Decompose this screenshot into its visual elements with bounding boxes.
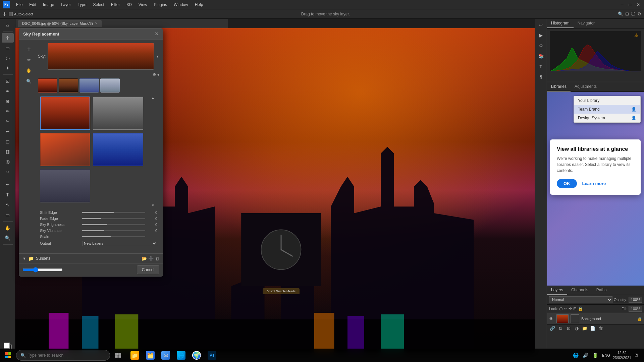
menu-help[interactable]: Help bbox=[192, 2, 206, 8]
sky-move-tool-btn[interactable]: ✛ bbox=[24, 44, 34, 54]
tab-histogram[interactable]: Histogram bbox=[547, 19, 574, 28]
layer-fx-icon[interactable]: fx bbox=[557, 326, 564, 331]
fade-edge-slider[interactable] bbox=[82, 218, 145, 219]
library-item-design-system[interactable]: Design System 👤 bbox=[574, 114, 640, 122]
tab-adjustments[interactable]: Adjustments bbox=[571, 82, 601, 92]
taskbar-chrome-btn[interactable]: 🌍 bbox=[189, 349, 204, 362]
sky-scroll-down[interactable]: ▼ bbox=[151, 203, 155, 207]
library-item-team-brand[interactable]: Team Brand 👤 bbox=[574, 105, 640, 114]
sky-list-item-3[interactable] bbox=[40, 133, 90, 166]
tab-layers[interactable]: Layers bbox=[547, 286, 567, 295]
home-tool-btn[interactable]: ⌂ bbox=[2, 20, 14, 29]
tab-navigator[interactable]: Navigator bbox=[574, 19, 599, 28]
tray-volume-icon[interactable]: 🔊 bbox=[581, 353, 590, 358]
selection-tool-btn[interactable]: ▭ bbox=[2, 43, 14, 53]
menu-layer[interactable]: Layer bbox=[58, 2, 73, 8]
sky-thumb-3[interactable] bbox=[79, 78, 99, 93]
taskbar-edge-btn[interactable]: 🌐 bbox=[174, 349, 189, 362]
layer-link-icon[interactable]: 🔗 bbox=[549, 326, 556, 331]
layer-adj-icon[interactable]: ◑ bbox=[573, 326, 580, 331]
folder-open-icon[interactable]: 📂 bbox=[142, 256, 147, 261]
tab-paths[interactable]: Paths bbox=[592, 286, 611, 295]
sky-scroll-up[interactable]: ▲ bbox=[151, 96, 155, 100]
para-icon-btn[interactable]: ¶ bbox=[536, 72, 546, 81]
sky-vibrance-slider[interactable] bbox=[82, 230, 145, 231]
brush-tool-btn[interactable]: ✏ bbox=[2, 107, 14, 116]
layer-delete-icon[interactable]: 🗑 bbox=[597, 326, 604, 331]
lock-transparent-icon[interactable]: ⬡ bbox=[559, 306, 562, 311]
layer-new-icon[interactable]: 📄 bbox=[589, 326, 596, 331]
menu-3d[interactable]: 3D bbox=[124, 2, 134, 8]
libraries-icon-btn[interactable]: 📚 bbox=[536, 51, 546, 61]
sky-dialog-close-btn[interactable]: ✕ bbox=[155, 31, 159, 37]
healing-brush-btn[interactable]: ⊕ bbox=[2, 97, 14, 106]
sky-list-item-1[interactable] bbox=[40, 97, 90, 130]
sky-gear-btn[interactable]: ⚙ ▾ bbox=[153, 72, 159, 77]
menu-window[interactable]: Window bbox=[171, 2, 191, 8]
lock-all-icon[interactable]: 🔒 bbox=[578, 306, 583, 311]
taskbar-photoshop-btn[interactable]: Ps bbox=[205, 349, 219, 362]
folder-toggle-btn[interactable]: ▼ bbox=[22, 256, 26, 260]
taskbar-explorer-btn[interactable]: 📁 bbox=[127, 349, 142, 362]
dodge-tool-btn[interactable]: ○ bbox=[2, 167, 14, 176]
window-restore-btn[interactable]: □ bbox=[628, 2, 633, 7]
sky-thumb-4[interactable] bbox=[100, 78, 120, 93]
document-tab[interactable]: DSC_0045.jpg @ 50% (Sky, Layer Mask/8) ✕ bbox=[18, 20, 102, 27]
taskbar-search-input[interactable] bbox=[28, 353, 102, 358]
eyedropper-btn[interactable]: ✒ bbox=[2, 86, 14, 96]
lock-position-icon[interactable]: ✛ bbox=[569, 306, 572, 311]
info-btn[interactable]: ⓘ bbox=[631, 11, 635, 17]
menu-file[interactable]: File bbox=[13, 2, 25, 8]
gradient-tool-btn[interactable]: ▥ bbox=[2, 147, 14, 156]
menu-type[interactable]: Type bbox=[75, 2, 89, 8]
sky-list-item-2[interactable] bbox=[93, 97, 143, 130]
tab-libraries[interactable]: Libraries bbox=[547, 82, 571, 92]
pen-tool-btn[interactable]: ✒ bbox=[2, 180, 14, 189]
shape-tool-btn[interactable]: ▭ bbox=[2, 210, 14, 220]
menu-plugins[interactable]: Plugins bbox=[151, 2, 170, 8]
sky-dropdown-arrow[interactable]: ▼ bbox=[156, 55, 159, 58]
properties-icon-btn[interactable]: ⚙ bbox=[536, 41, 546, 50]
actions-icon-btn[interactable]: ▶ bbox=[536, 31, 546, 40]
fill-value[interactable]: 100% bbox=[629, 306, 642, 312]
cancel-button[interactable]: Cancel bbox=[137, 265, 159, 274]
auto-select-checkbox[interactable]: Auto-Select bbox=[9, 12, 33, 16]
sky-brightness-slider[interactable] bbox=[82, 224, 145, 225]
hand-tool-btn[interactable]: ✋ bbox=[2, 223, 14, 233]
taskbar-search-box[interactable]: 🔍 bbox=[16, 350, 110, 361]
lib-learn-more-link[interactable]: Learn more bbox=[582, 181, 606, 186]
tray-clock[interactable]: 12:52 23/02/2021 bbox=[613, 350, 631, 361]
library-item-your-library[interactable]: Your Library bbox=[574, 96, 640, 105]
sky-brush-tool-btn[interactable]: ✏ bbox=[24, 55, 34, 64]
window-minimize-btn[interactable]: ─ bbox=[619, 2, 625, 7]
clone-stamp-btn[interactable]: ✂ bbox=[2, 117, 14, 126]
lib-ok-button[interactable]: OK bbox=[557, 179, 577, 188]
type-icon-btn[interactable]: T bbox=[536, 62, 546, 71]
sky-preview-btn[interactable] bbox=[48, 43, 154, 70]
lasso-tool-btn[interactable]: ◌ bbox=[2, 53, 14, 63]
type-tool-btn[interactable]: T bbox=[2, 190, 14, 199]
search-btn[interactable]: 🔍 bbox=[618, 11, 623, 16]
arrange-btn[interactable]: ⊞ bbox=[625, 11, 629, 16]
settings-btn[interactable]: ⚙ bbox=[637, 11, 641, 16]
scale-slider[interactable] bbox=[82, 236, 145, 237]
menu-view[interactable]: View bbox=[136, 2, 150, 8]
sky-thumb-1[interactable] bbox=[38, 78, 57, 93]
layer-mask-icon[interactable]: ⊡ bbox=[565, 326, 572, 331]
document-tab-close[interactable]: ✕ bbox=[95, 21, 98, 25]
window-close-btn[interactable]: ✕ bbox=[635, 2, 641, 7]
layer-visibility-icon[interactable]: 👁 bbox=[549, 316, 554, 321]
tray-network-icon[interactable]: 🌐 bbox=[572, 353, 580, 358]
menu-select[interactable]: Select bbox=[90, 2, 107, 8]
lock-image-icon[interactable]: ✏ bbox=[564, 306, 567, 311]
menu-edit[interactable]: Edit bbox=[26, 2, 39, 8]
move-tool-btn[interactable]: ✛ bbox=[2, 33, 14, 43]
sky-thumb-2[interactable] bbox=[59, 78, 78, 93]
layer-item-background[interactable]: 👁 Background 🔒 bbox=[547, 313, 644, 324]
blur-tool-btn[interactable]: ◎ bbox=[2, 157, 14, 166]
sky-slider-bottom[interactable] bbox=[22, 267, 63, 273]
sky-zoom-tool-btn[interactable]: 🔍 bbox=[24, 76, 34, 86]
sky-list-item-5[interactable] bbox=[40, 169, 90, 202]
start-button[interactable] bbox=[1, 349, 15, 362]
zoom-tool-btn[interactable]: 🔍 bbox=[2, 233, 14, 243]
